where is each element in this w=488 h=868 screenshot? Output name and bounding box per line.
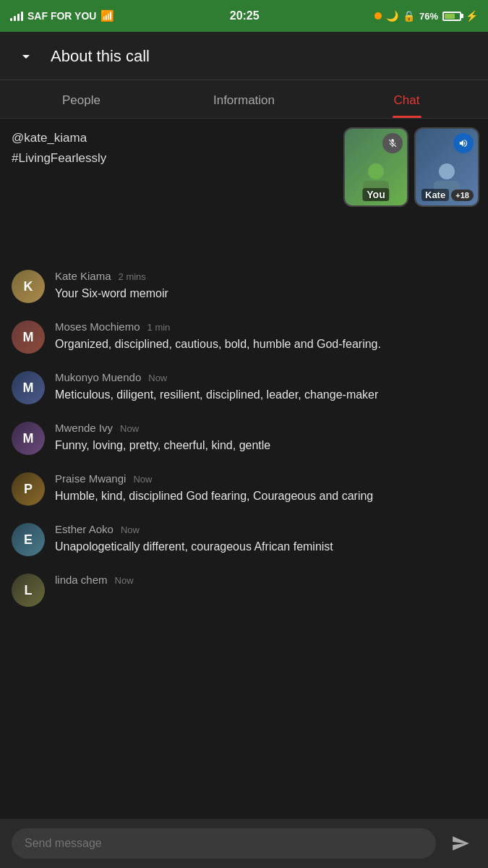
- message-text: Unapologetically different, courageous A…: [55, 538, 476, 556]
- message-author: linda chem: [55, 574, 108, 586]
- message-time: Now: [120, 423, 139, 434]
- message-header: Kate Kiama 2 mins: [55, 270, 476, 282]
- message-header: linda chem Now: [55, 574, 476, 586]
- avatar: M: [12, 422, 45, 455]
- dot-icon: [374, 12, 382, 20]
- messages-list: K Kate Kiama 2 mins Your Six-word memoir…: [0, 261, 488, 673]
- message-time: 1 min: [147, 322, 171, 333]
- tab-bar: People Information Chat: [0, 80, 488, 119]
- battery-icon: [442, 12, 461, 21]
- plus-count-badge: +18: [451, 190, 474, 201]
- status-right: 🌙 🔒 76% ⚡: [374, 10, 478, 22]
- message-header: Praise Mwangi Now: [55, 472, 476, 485]
- message-time: Now: [121, 524, 140, 535]
- message-item: M Mwende Ivy Now Funny, loving, pretty, …: [0, 413, 488, 464]
- message-item: E Esther Aoko Now Unapologetically diffe…: [0, 514, 488, 565]
- lock-icon: 🔒: [403, 10, 415, 22]
- message-author: Esther Aoko: [55, 523, 114, 535]
- video-thumb-kate: Kate +18: [414, 127, 479, 207]
- tab-information[interactable]: Information: [163, 80, 325, 118]
- video-overlay: You Kate +18: [343, 119, 488, 207]
- message-content: Kate Kiama 2 mins Your Six-word memoir: [55, 270, 476, 302]
- message-item: L linda chem Now: [0, 565, 488, 616]
- avatar: L: [12, 574, 45, 607]
- tab-people[interactable]: People: [0, 80, 163, 118]
- wifi-icon: 📶: [100, 9, 114, 22]
- message-author: Moses Mochiemo: [55, 320, 140, 333]
- message-text: Your Six-word memoir: [55, 285, 476, 302]
- message-content: Moses Mochiemo 1 min Organized, discipli…: [55, 320, 476, 353]
- message-author: Praise Mwangi: [55, 472, 126, 485]
- page-title: About this call: [51, 47, 150, 66]
- message-text: Humble, kind, disciplined God fearing, C…: [55, 488, 476, 505]
- message-time: Now: [133, 474, 152, 485]
- message-author: Mukonyo Muendo: [55, 371, 141, 383]
- status-time: 20:25: [230, 9, 260, 22]
- chat-area: You Kate +18 @kate_kiama #LivingFearless…: [0, 119, 488, 673]
- message-content: Mukonyo Muendo Now Meticulous, diligent,…: [55, 371, 476, 404]
- back-button[interactable]: [14, 45, 38, 68]
- avatar: K: [12, 270, 45, 303]
- video-you-label: You: [362, 188, 389, 201]
- send-button[interactable]: [445, 827, 476, 859]
- message-text: Meticulous, diligent, resilient, discipl…: [55, 386, 476, 404]
- message-content: Esther Aoko Now Unapologetically differe…: [55, 523, 476, 556]
- message-header: Mwende Ivy Now: [55, 422, 476, 434]
- send-message-bar: [0, 819, 488, 868]
- message-item: M Mukonyo Muendo Now Meticulous, diligen…: [0, 362, 488, 413]
- message-content: Praise Mwangi Now Humble, kind, discipli…: [55, 472, 476, 505]
- message-item: K Kate Kiama 2 mins Your Six-word memoir: [0, 261, 488, 312]
- mute-badge: [382, 133, 403, 153]
- message-author: Mwende Ivy: [55, 422, 113, 434]
- message-header: Esther Aoko Now: [55, 523, 476, 535]
- message-content: linda chem Now: [55, 574, 476, 589]
- message-time: Now: [115, 575, 134, 586]
- send-message-input[interactable]: [25, 837, 423, 850]
- message-header: Mukonyo Muendo Now: [55, 371, 476, 383]
- message-time: 2 mins: [119, 271, 146, 282]
- avatar: M: [12, 371, 45, 404]
- avatar: P: [12, 472, 45, 506]
- battery-percent: 76%: [419, 11, 438, 22]
- message-item: M Moses Mochiemo 1 min Organized, discip…: [0, 312, 488, 362]
- avatar: M: [12, 320, 45, 354]
- tab-chat[interactable]: Chat: [325, 80, 488, 118]
- signal-icon: [10, 11, 23, 21]
- message-header: Moses Mochiemo 1 min: [55, 320, 476, 333]
- avatar: E: [12, 523, 45, 556]
- message-item: P Praise Mwangi Now Humble, kind, discip…: [0, 464, 488, 514]
- moon-icon: 🌙: [386, 10, 398, 22]
- status-left: SAF FOR YOU 📶: [10, 9, 114, 22]
- message-content: Mwende Ivy Now Funny, loving, pretty, ch…: [55, 422, 476, 454]
- message-author: Kate Kiama: [55, 270, 111, 282]
- charging-icon: ⚡: [466, 10, 478, 22]
- send-input-container[interactable]: [12, 828, 436, 859]
- message-text: Funny, loving, pretty, cheerful, kind, g…: [55, 437, 476, 454]
- video-thumb-you: You: [343, 127, 408, 207]
- message-time: Now: [148, 373, 167, 383]
- carrier-name: SAF FOR YOU: [27, 10, 96, 22]
- header: About this call: [0, 32, 488, 80]
- video-kate-label: Kate: [421, 189, 449, 201]
- message-text: Organized, disciplined, cautious, bold, …: [55, 336, 476, 353]
- status-bar: SAF FOR YOU 📶 20:25 🌙 🔒 76% ⚡: [0, 0, 488, 32]
- speaker-badge: [453, 133, 474, 153]
